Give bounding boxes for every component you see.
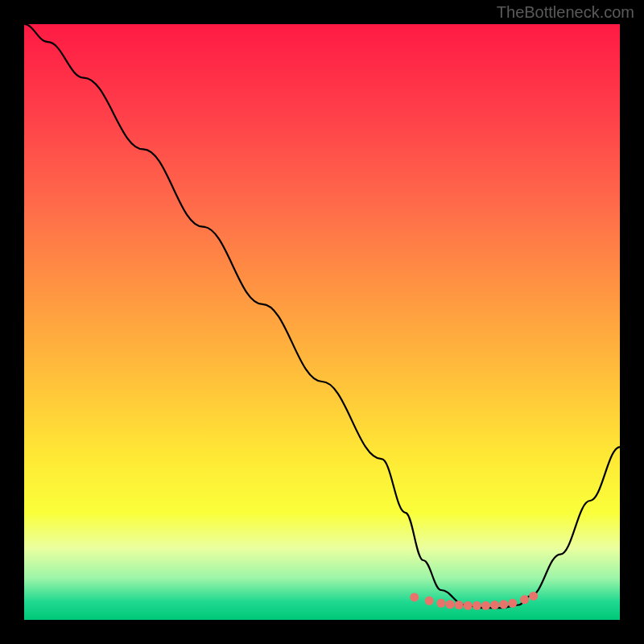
curve-layer xyxy=(24,24,620,620)
marker-dot xyxy=(499,600,508,609)
marker-dot xyxy=(508,599,517,608)
marker-dot xyxy=(464,601,473,610)
marker-dot xyxy=(473,601,481,610)
marker-dot xyxy=(425,597,434,605)
bottleneck-curve xyxy=(24,24,620,608)
optimal-range-markers xyxy=(410,592,538,610)
marker-dot xyxy=(529,592,538,601)
marker-dot xyxy=(437,599,446,608)
marker-dot xyxy=(481,601,490,610)
marker-dot xyxy=(410,592,419,601)
marker-dot xyxy=(520,595,529,604)
attribution-text: TheBottleneck.com xyxy=(497,3,634,22)
marker-dot xyxy=(455,601,464,609)
marker-dot xyxy=(490,601,499,609)
marker-dot xyxy=(446,600,455,609)
plot-area xyxy=(24,24,620,620)
